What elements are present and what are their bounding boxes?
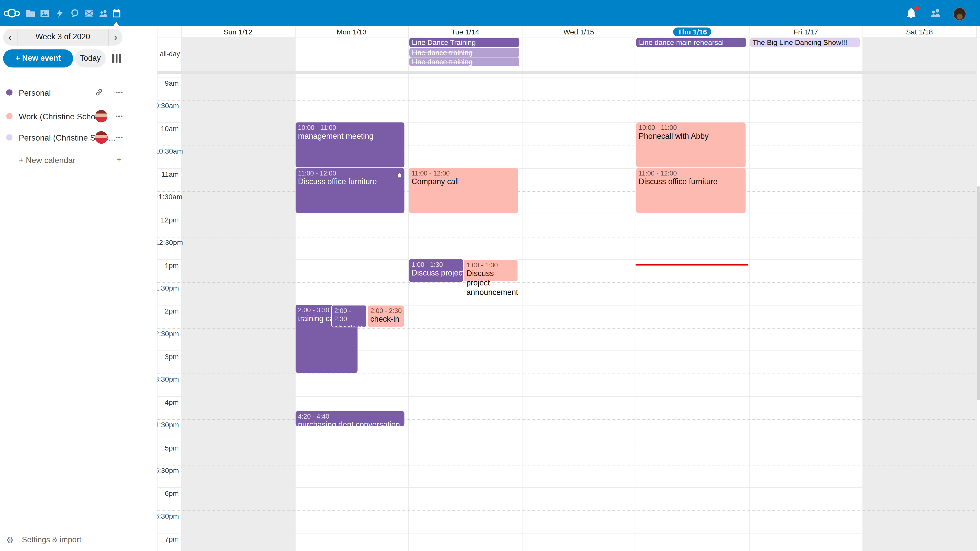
time-axis-label: 1pm: [155, 262, 179, 269]
day-header-label: Sat 1/18: [906, 28, 933, 35]
user-avatar[interactable]: [953, 7, 966, 21]
reminder-bell-icon: [396, 170, 403, 176]
calendar-list-item-personal[interactable]: Personal: [0, 81, 158, 103]
event-discuss-project-announcement[interactable]: 1:00 - 1:30Discuss project announcement: [409, 259, 463, 281]
day-header-mon[interactable]: Mon 1/13: [295, 26, 408, 37]
calendar-actions-menu[interactable]: [116, 115, 123, 117]
time-axis-label: 7pm: [155, 535, 179, 543]
new-event-button[interactable]: + New event: [3, 49, 73, 67]
half-hour-line: [158, 465, 976, 465]
all-day-separator: [158, 71, 976, 73]
day-header-tue[interactable]: Tue 1/14: [408, 26, 522, 37]
day-header-sun[interactable]: Sun 1/12: [181, 26, 295, 37]
event-discuss-project-announcement[interactable]: 1:00 - 1:30Discuss project announcement: [463, 259, 518, 281]
files-icon[interactable]: [24, 7, 37, 19]
all-day-event[interactable]: Line dance main rehearsal: [636, 38, 746, 47]
column-border: [522, 26, 522, 551]
event-purchasing-dept-conversation[interactable]: 4:20 - 4:40purchasing dept conversation: [296, 411, 405, 426]
time-axis-label: 9am: [155, 79, 179, 86]
all-day-event[interactable]: The Big Line Dancing Show!!!: [750, 38, 860, 47]
day-header-label: Wed 1/15: [563, 28, 594, 35]
time-axis-label: 3pm: [155, 353, 179, 360]
event-discuss-office-furniture[interactable]: 11:00 - 12:00Discuss office furniture: [296, 168, 405, 213]
calendar-color-dot: [6, 135, 12, 141]
time-axis-label: 11:30am: [155, 193, 179, 200]
time-axis-label: 6pm: [155, 489, 179, 497]
settings-import-button[interactable]: ⚙ Settings & import: [0, 530, 158, 550]
time-axis-label: 2:30pm: [155, 330, 179, 337]
event-management-meeting[interactable]: 10:00 - 11:00management meeting: [296, 122, 405, 167]
calendar-icon[interactable]: [110, 7, 123, 19]
owner-avatar: [95, 110, 107, 122]
calendar-list-item-work-christine[interactable]: Work (Christine Schott): [0, 105, 158, 127]
week-navigation: ‹ Week 3 of 2020 ›: [3, 29, 123, 46]
half-hour-line: [158, 145, 976, 146]
event-phonecall-with-abby[interactable]: 10:00 - 11:00Phonecall with Abby: [636, 122, 746, 167]
half-hour-line: [158, 327, 976, 328]
event-discuss-office-furniture[interactable]: 11:00 - 12:00Discuss office furniture: [636, 168, 746, 213]
top-header: [0, 0, 980, 26]
photos-icon[interactable]: [38, 7, 51, 19]
time-axis-label: 9:30am: [155, 102, 179, 109]
weekend-shading: [862, 37, 976, 551]
hour-line: [158, 122, 976, 123]
event-title: check-in: [334, 324, 366, 327]
activity-icon[interactable]: [53, 7, 65, 19]
event-time: 1:00 - 1:30: [411, 260, 462, 268]
event-time: 10:00 - 11:00: [298, 124, 403, 132]
time-axis-label: 5:30pm: [155, 467, 179, 474]
previous-week-button[interactable]: ‹: [3, 29, 17, 46]
view-switcher-icon[interactable]: [112, 54, 121, 63]
calendar-actions-menu[interactable]: [116, 137, 123, 138]
day-header-fri[interactable]: Fri 1/17: [749, 26, 862, 37]
hour-line: [158, 214, 976, 214]
vertical-scrollbar[interactable]: [977, 186, 980, 400]
event-time: 11:00 - 12:00: [298, 169, 403, 177]
event-time: 2:00 - 2:30: [370, 306, 403, 315]
contacts-menu-icon[interactable]: [929, 7, 942, 19]
hour-line: [158, 259, 976, 260]
today-button[interactable]: Today: [75, 49, 106, 67]
settings-label: Settings & import: [22, 535, 81, 544]
plus-icon: +: [116, 154, 122, 165]
half-hour-line: [158, 373, 976, 374]
time-axis-label: 4:30pm: [155, 421, 179, 429]
event-company-call[interactable]: 11:00 - 12:00Company call: [409, 168, 518, 213]
all-day-event[interactable]: Line dance training: [409, 48, 519, 56]
all-day-label: all-day: [156, 50, 180, 57]
mail-icon[interactable]: [83, 7, 95, 19]
column-border: [295, 26, 295, 551]
calendar-actions-menu[interactable]: [116, 92, 123, 93]
time-axis-label: 6:30pm: [155, 512, 179, 519]
day-header-wed[interactable]: Wed 1/15: [522, 26, 635, 37]
event-title: purchasing dept conversation: [298, 421, 403, 430]
all-day-event[interactable]: Line Dance Training: [409, 38, 519, 47]
column-border: [181, 26, 182, 551]
day-header-thu[interactable]: Thu 1/16: [635, 26, 749, 37]
nextcloud-logo-icon[interactable]: [4, 8, 20, 18]
share-link-icon[interactable]: [94, 87, 104, 97]
contacts-icon[interactable]: [97, 7, 110, 19]
event-title: management meeting: [298, 132, 403, 141]
half-hour-line: [158, 510, 976, 511]
hour-line: [158, 168, 976, 168]
half-hour-line: [158, 191, 976, 191]
time-axis-label: 2pm: [155, 307, 179, 314]
event-title: Phonecall with Abby: [638, 132, 744, 141]
event-title: check-in: [370, 315, 403, 324]
new-calendar-button[interactable]: + New calendar +: [0, 149, 158, 171]
current-time-line: [636, 264, 748, 265]
calendar-app: ‹ Week 3 of 2020 › + New event Today Per…: [0, 0, 980, 551]
all-day-event[interactable]: Line dance training: [409, 57, 519, 66]
next-week-button[interactable]: ›: [109, 29, 123, 46]
hour-line: [158, 351, 976, 351]
time-axis-label: 12pm: [155, 216, 179, 223]
calendar-list-item-personal-christine[interactable]: Personal (Christine Scho...: [0, 126, 158, 149]
event-check-in[interactable]: 2:00 - 2:30check-in: [367, 305, 405, 327]
event-time: 4:20 - 4:40: [298, 412, 403, 421]
talk-icon[interactable]: [68, 7, 81, 19]
event-check-in[interactable]: 2:00 - 2:30check-in: [331, 305, 367, 327]
notifications-bell-icon[interactable]: [905, 7, 918, 19]
day-header-sat[interactable]: Sat 1/18: [862, 26, 976, 37]
week-label[interactable]: Week 3 of 2020: [17, 29, 109, 46]
